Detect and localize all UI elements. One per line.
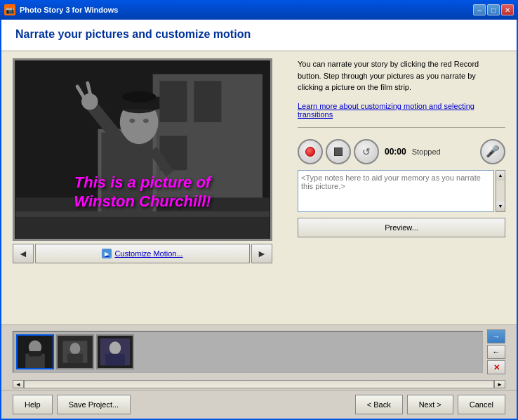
bottom-bar: Help Save Project... < Back Next > Cance… (1, 390, 517, 419)
save-project-button[interactable]: Save Project... (57, 395, 131, 414)
filmstrip-thumb-2[interactable] (56, 334, 94, 369)
notes-scrollbar[interactable]: ▲ ▼ (496, 170, 505, 212)
filmstrip-move-button[interactable]: ← (487, 345, 505, 359)
customize-icon: ▶ (102, 249, 112, 258)
title-bar-text: Photo Story 3 for Windows (20, 6, 473, 14)
main-content: This is a picture of Winston Churchill! … (1, 51, 517, 324)
right-panel: You can narrate your story by clicking t… (298, 58, 505, 317)
hscroll-right-button[interactable]: ► (494, 380, 505, 388)
minimize-button[interactable]: – (473, 4, 486, 15)
customize-motion-button[interactable]: ▶ Customize Motion... (35, 244, 250, 263)
recording-controls: ↺ 00:00 Stopped 🎤 (298, 139, 505, 164)
window-body: Narrate your pictures and customize moti… (0, 20, 518, 420)
next-image-button[interactable]: ► (251, 244, 272, 263)
filmstrip-controls: → ← ✕ (487, 329, 505, 374)
help-button[interactable]: Help (13, 395, 53, 414)
svg-point-15 (143, 119, 149, 123)
filmstrip-delete-button[interactable]: ✕ (487, 360, 505, 374)
learn-more-link[interactable]: Learn more about customizing motion and … (298, 102, 474, 119)
rewind-button[interactable]: ↺ (354, 139, 379, 164)
scrollbar-down-button[interactable]: ▼ (496, 202, 505, 211)
status-text: Stopped (412, 147, 441, 156)
instructions: You can narrate your story by clicking t… (298, 58, 505, 93)
svg-point-27 (70, 343, 81, 355)
photo-background: This is a picture of Winston Churchill! (15, 60, 270, 239)
time-display: 00:00 (385, 147, 406, 157)
churchill-image (15, 60, 270, 239)
svg-rect-7 (15, 211, 269, 217)
rewind-icon: ↺ (362, 146, 371, 157)
maximize-button[interactable]: □ (487, 4, 500, 15)
back-button[interactable]: < Back (355, 395, 403, 414)
app-icon: 📷 (4, 4, 15, 15)
page-title: Narrate your pictures and customize moti… (15, 28, 503, 41)
svg-point-31 (109, 341, 121, 354)
filmstrip-add-button[interactable]: → (487, 329, 505, 343)
stop-icon (334, 147, 343, 156)
hscroll-left-button[interactable]: ◄ (13, 380, 24, 388)
filmstrip-thumb-1[interactable] (16, 334, 54, 369)
close-button[interactable]: ✕ (501, 4, 514, 15)
filmstrip-thumb-3[interactable] (96, 334, 134, 369)
hscroll-track[interactable] (24, 380, 494, 388)
record-icon (305, 147, 315, 157)
header: Narrate your pictures and customize moti… (1, 20, 517, 51)
svg-rect-24 (29, 351, 41, 356)
filmstrip-scrollbar: ◄ ► (1, 379, 517, 390)
cancel-button[interactable]: Cancel (458, 395, 505, 414)
title-bar-buttons: – □ ✕ (473, 4, 514, 15)
scrollbar-up-button[interactable]: ▲ (496, 171, 505, 181)
notes-textarea[interactable] (298, 170, 494, 212)
next-button[interactable]: Next > (407, 395, 453, 414)
microphone-button[interactable]: 🎤 (480, 139, 505, 164)
image-viewer: This is a picture of Winston Churchill! (13, 58, 272, 241)
svg-rect-28 (67, 354, 83, 363)
prev-image-button[interactable]: ◄ (13, 244, 34, 263)
filmstrip-area: → ← ✕ (1, 324, 517, 379)
left-panel: This is a picture of Winston Churchill! … (13, 58, 286, 317)
svg-rect-3 (159, 81, 187, 122)
microphone-icon: 🎤 (486, 145, 500, 158)
image-caption: This is a picture of Winston Churchill! (15, 173, 270, 211)
svg-rect-4 (194, 81, 221, 122)
stop-button[interactable] (326, 139, 351, 164)
filmstrip[interactable] (13, 331, 483, 373)
preview-button[interactable]: Preview... (298, 218, 505, 237)
divider (298, 127, 505, 128)
svg-point-13 (122, 91, 157, 103)
title-bar: 📷 Photo Story 3 for Windows – □ ✕ (0, 0, 518, 20)
svg-point-14 (129, 119, 135, 123)
record-button[interactable] (298, 139, 323, 164)
nav-row: ◄ ▶ Customize Motion... ► (13, 244, 272, 263)
svg-rect-32 (105, 354, 125, 366)
